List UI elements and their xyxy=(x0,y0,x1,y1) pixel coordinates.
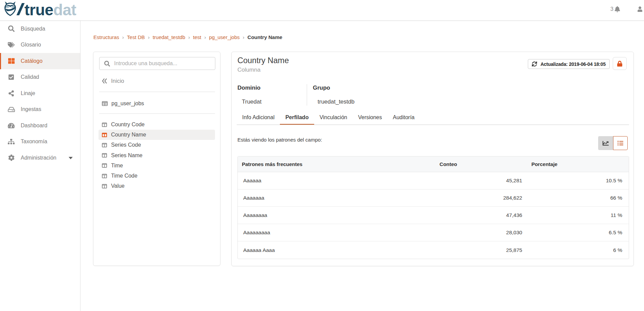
svg-text:truedat: truedat xyxy=(24,1,76,19)
